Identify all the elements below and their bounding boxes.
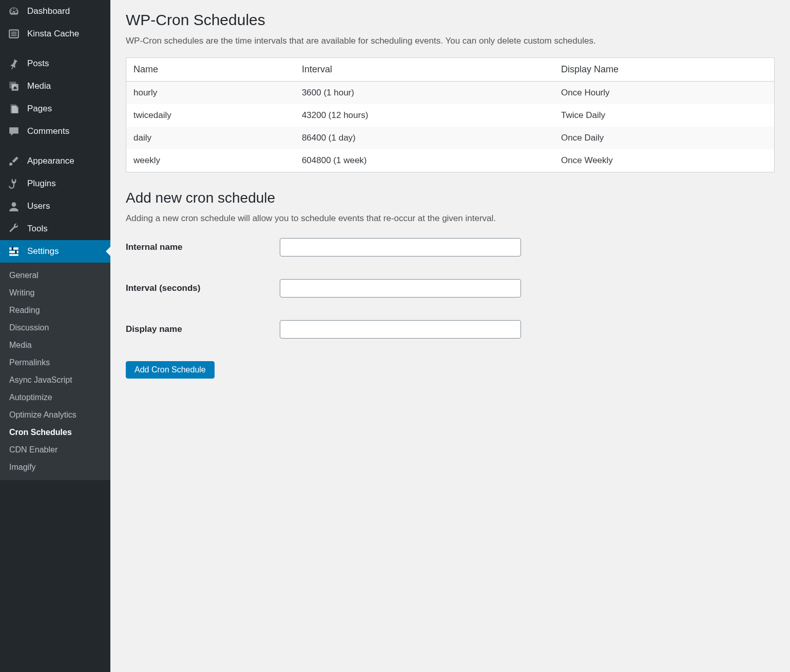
- table-cell: daily: [126, 127, 295, 149]
- table-cell: Once Daily: [554, 127, 774, 149]
- menu-label: Appearance: [27, 156, 74, 166]
- submenu-media[interactable]: Media: [0, 337, 110, 354]
- menu-kinsta-cache[interactable]: Kinsta Cache: [0, 23, 110, 45]
- menu-appearance[interactable]: Appearance: [0, 150, 110, 172]
- svg-rect-8: [15, 250, 16, 254]
- interval-input[interactable]: [280, 279, 521, 298]
- submenu-writing[interactable]: Writing: [0, 284, 110, 302]
- th-name: Name: [126, 58, 295, 82]
- table-cell: Once Hourly: [554, 82, 774, 105]
- svg-rect-6: [9, 251, 18, 253]
- table-cell: Twice Daily: [554, 104, 774, 127]
- table-row: hourly3600 (1 hour)Once Hourly: [126, 82, 775, 105]
- interval-label: Interval (seconds): [126, 283, 280, 293]
- menu-settings[interactable]: Settings: [0, 240, 110, 263]
- menu-label: Kinsta Cache: [27, 29, 79, 39]
- menu-label: Plugins: [27, 179, 56, 189]
- table-cell: Once Weekly: [554, 149, 774, 172]
- submenu-autoptimize[interactable]: Autoptimize: [0, 389, 110, 406]
- submenu-async-javascript[interactable]: Async JavaScript: [0, 371, 110, 389]
- submenu-reading[interactable]: Reading: [0, 302, 110, 319]
- menu-label: Dashboard: [27, 6, 70, 16]
- schedules-table: Name Interval Display Name hourly3600 (1…: [126, 57, 775, 172]
- th-interval: Interval: [295, 58, 554, 82]
- display-name-input[interactable]: [280, 320, 521, 339]
- table-row: daily86400 (1 day)Once Daily: [126, 127, 775, 149]
- menu-label: Posts: [27, 58, 49, 69]
- internal-name-input[interactable]: [280, 238, 521, 256]
- submenu-imagify[interactable]: Imagify: [0, 459, 110, 476]
- submenu-general[interactable]: General: [0, 267, 110, 284]
- pages-icon: [8, 103, 20, 115]
- submenu-cron-schedules[interactable]: Cron Schedules: [0, 424, 110, 441]
- page-title: WP-Cron Schedules: [126, 11, 775, 29]
- menu-plugins[interactable]: Plugins: [0, 172, 110, 195]
- internal-name-label: Internal name: [126, 242, 280, 252]
- submenu-cdn-enabler[interactable]: CDN Enabler: [0, 441, 110, 459]
- menu-posts[interactable]: Posts: [0, 52, 110, 75]
- add-cron-schedule-button[interactable]: Add Cron Schedule: [126, 361, 215, 379]
- menu-label: Pages: [27, 104, 52, 114]
- kinsta-icon: [8, 28, 20, 40]
- submenu-discussion[interactable]: Discussion: [0, 319, 110, 337]
- menu-label: Comments: [27, 126, 69, 136]
- page-intro: WP-Cron schedules are the time intervals…: [126, 36, 775, 46]
- table-cell: 86400 (1 day): [295, 127, 554, 149]
- menu-media[interactable]: Media: [0, 75, 110, 97]
- sliders-icon: [8, 245, 20, 258]
- table-cell: twicedaily: [126, 104, 295, 127]
- media-icon: [8, 80, 20, 92]
- page-content: WP-Cron Schedules WP-Cron schedules are …: [110, 0, 790, 672]
- submenu-permalinks[interactable]: Permalinks: [0, 354, 110, 371]
- menu-label: Settings: [27, 246, 59, 256]
- menu-label: Media: [27, 81, 51, 91]
- th-display-name: Display Name: [554, 58, 774, 82]
- add-section-title: Add new cron schedule: [126, 190, 775, 206]
- table-row: twicedaily43200 (12 hours)Twice Daily: [126, 104, 775, 127]
- svg-rect-9: [9, 254, 18, 256]
- svg-rect-5: [9, 247, 18, 249]
- menu-comments[interactable]: Comments: [0, 120, 110, 143]
- menu-label: Tools: [27, 224, 48, 234]
- add-schedule-form: Internal name Interval (seconds) Display…: [126, 238, 775, 339]
- table-cell: 3600 (1 hour): [295, 82, 554, 105]
- svg-point-4: [12, 202, 16, 207]
- display-name-label: Display name: [126, 324, 280, 334]
- table-cell: 604800 (1 week): [295, 149, 554, 172]
- comment-icon: [8, 125, 20, 137]
- brush-icon: [8, 155, 20, 167]
- menu-users[interactable]: Users: [0, 195, 110, 218]
- pin-icon: [8, 57, 20, 70]
- table-row: weekly604800 (1 week)Once Weekly: [126, 149, 775, 172]
- menu-label: Users: [27, 201, 50, 211]
- svg-rect-7: [12, 247, 13, 250]
- dashboard-icon: [8, 5, 20, 17]
- submenu-optimize-analytics[interactable]: Optimize Analytics: [0, 406, 110, 424]
- table-cell: hourly: [126, 82, 295, 105]
- admin-sidebar: DashboardKinsta CachePostsMediaPagesComm…: [0, 0, 110, 672]
- menu-dashboard[interactable]: Dashboard: [0, 0, 110, 23]
- wrench-icon: [8, 223, 20, 235]
- user-icon: [8, 200, 20, 212]
- menu-pages[interactable]: Pages: [0, 97, 110, 120]
- table-cell: weekly: [126, 149, 295, 172]
- table-cell: 43200 (12 hours): [295, 104, 554, 127]
- menu-tools[interactable]: Tools: [0, 218, 110, 240]
- add-section-intro: Adding a new cron schedule will allow yo…: [126, 213, 775, 224]
- plug-icon: [8, 177, 20, 190]
